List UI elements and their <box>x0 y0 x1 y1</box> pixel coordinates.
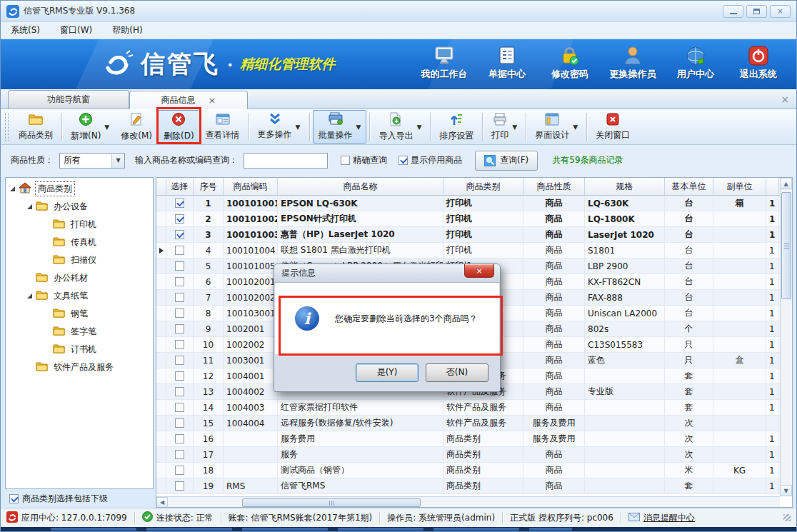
select-cell[interactable] <box>166 196 194 211</box>
exact-query-checkbox[interactable]: 精确查询 <box>341 154 387 166</box>
column-header[interactable]: 商品性质 <box>523 178 585 195</box>
tree-expander-icon[interactable] <box>27 204 32 209</box>
query-button[interactable]: 查询(F) <box>475 151 538 171</box>
select-cell[interactable] <box>166 353 194 368</box>
table-row[interactable]: 17服务商品类别商品次1 <box>156 447 792 463</box>
select-cell[interactable] <box>166 368 194 383</box>
select-cell[interactable] <box>166 259 194 273</box>
toolbar-button-5[interactable]: 查看详情 <box>200 111 246 144</box>
table-row[interactable]: 141004003红管家票据打印软件软件产品及服务商品套1 <box>156 400 792 416</box>
tabstrip-close-icon[interactable]: × <box>781 94 789 105</box>
row-checkbox[interactable] <box>175 434 184 443</box>
dropdown-arrow-icon[interactable]: ▼ <box>356 124 361 131</box>
vertical-scrollbar[interactable]: ▲ ▼ <box>780 178 792 496</box>
row-checkbox[interactable] <box>175 324 184 333</box>
menu-window[interactable]: 窗口(W) <box>60 24 92 36</box>
select-cell[interactable] <box>166 447 194 462</box>
show-disabled-checkbox[interactable]: 显示停用商品 <box>398 154 462 166</box>
row-checkbox[interactable] <box>175 481 184 491</box>
nature-select[interactable]: 所有 ▼ <box>59 153 125 169</box>
tab-product-info[interactable]: 商品信息 × <box>129 91 248 109</box>
toolbar-button-8[interactable]: 导入导出▼ <box>373 110 427 144</box>
tree-item[interactable]: 软件产品及服务 <box>6 358 153 376</box>
maximize-button[interactable] <box>746 5 767 18</box>
table-row[interactable]: 16服务费用商品类别服务及费用次1 <box>156 431 792 447</box>
row-checkbox[interactable] <box>175 340 184 349</box>
dropdown-arrow-icon[interactable]: ▼ <box>104 124 109 131</box>
row-checkbox[interactable] <box>175 450 184 459</box>
row-checkbox[interactable] <box>175 230 184 239</box>
action-switch-operator[interactable]: 更换操作员 <box>605 45 661 81</box>
select-cell[interactable] <box>166 431 194 446</box>
action-my-workbench[interactable]: 我的工作台 <box>416 45 472 81</box>
tab-function-nav[interactable]: 功能导航窗 <box>8 90 129 109</box>
statusbar-item-6[interactable]: 消息提醒中心 <box>628 512 695 524</box>
row-checkbox[interactable] <box>175 418 184 428</box>
scroll-left-button[interactable]: ◀ <box>156 497 168 508</box>
column-header[interactable] <box>766 178 779 195</box>
select-cell[interactable] <box>166 400 194 415</box>
tree-expander-icon[interactable] <box>10 186 15 191</box>
action-change-password[interactable]: 修改密码 <box>542 45 598 81</box>
yes-button[interactable]: 是(Y) <box>356 363 418 382</box>
table-row[interactable]: 1100101001EPSON LQ-630K打印机商品LQ-630K台箱1 <box>156 196 792 211</box>
select-cell[interactable] <box>166 243 194 258</box>
tree-item[interactable]: 文具纸笔 <box>6 287 153 305</box>
tree-item[interactable]: 签字笔 <box>6 323 153 341</box>
row-checkbox[interactable] <box>175 214 184 224</box>
row-checkbox[interactable] <box>175 371 184 381</box>
tree-item[interactable]: 办公设备 <box>6 198 153 216</box>
select-cell[interactable] <box>166 416 194 431</box>
tree-expander-icon[interactable] <box>27 293 32 298</box>
toolbar-button-10[interactable]: 打印▼ <box>486 111 523 144</box>
scroll-down-button[interactable]: ▼ <box>780 485 792 496</box>
toolbar-drag-handle[interactable] <box>5 114 9 141</box>
row-checkbox[interactable] <box>175 293 184 302</box>
row-checkbox[interactable] <box>175 403 184 412</box>
row-checkbox[interactable] <box>175 308 184 318</box>
horizontal-scrollbar[interactable]: ◀ <box>156 496 780 507</box>
tree-item[interactable]: 办公耗材 <box>6 269 153 287</box>
scroll-up-button[interactable]: ▲ <box>780 178 792 189</box>
row-checkbox[interactable] <box>175 246 184 255</box>
vertical-scroll-thumb[interactable] <box>781 192 791 299</box>
column-header[interactable]: 序号 <box>194 178 224 195</box>
column-header[interactable]: 副单位 <box>713 178 766 195</box>
column-header[interactable]: 商品名称 <box>278 178 443 195</box>
tree-item[interactable]: 传真机 <box>6 234 153 251</box>
select-cell[interactable] <box>166 384 194 399</box>
action-bills-center[interactable]: 单据中心 <box>479 45 535 81</box>
toolbar-button-1[interactable]: 商品类别 <box>13 111 59 144</box>
toolbar-button-2[interactable]: 新增(N)▼ <box>65 110 115 144</box>
dropdown-arrow-icon[interactable]: ▼ <box>512 124 517 131</box>
select-cell[interactable] <box>166 463 194 478</box>
tree-item[interactable]: 订书机 <box>6 341 153 358</box>
column-header[interactable]: 规格 <box>585 178 665 195</box>
tree-item[interactable]: 钢笔 <box>6 305 153 323</box>
dialog-close-button[interactable]: × <box>464 264 494 278</box>
dropdown-arrow-icon[interactable]: ▼ <box>573 124 578 131</box>
search-input[interactable] <box>244 153 328 169</box>
close-button[interactable]: × <box>770 5 791 18</box>
toolbar-button-7[interactable]: 批量操作▼ <box>313 110 367 144</box>
row-checkbox[interactable] <box>175 261 184 271</box>
include-sub-checkbox[interactable]: 商品类别选择包括下级 <box>5 489 154 508</box>
dropdown-arrow-icon[interactable]: ▼ <box>416 124 421 131</box>
row-checkbox[interactable] <box>175 387 184 396</box>
table-row[interactable]: 18测试商品（钢管）商品类别商品米KG1 <box>156 463 792 478</box>
no-button[interactable]: 否(N) <box>426 363 488 382</box>
row-checkbox[interactable] <box>175 277 184 286</box>
action-exit-system[interactable]: 退出系统 <box>731 45 786 81</box>
table-row[interactable]: 19RMS信管飞RMS商品类别商品套1 <box>156 478 792 494</box>
horizontal-scroll-thumb[interactable] <box>242 498 421 507</box>
toolbar-button-9[interactable]: 排序设置 <box>433 110 479 144</box>
toolbar-button-3[interactable]: 修改(M) <box>115 110 158 144</box>
select-cell[interactable] <box>166 227 194 242</box>
row-checkbox[interactable] <box>175 199 184 208</box>
toolbar-button-4[interactable]: 删除(D) <box>158 110 200 144</box>
menu-system[interactable]: 系统(S) <box>11 24 40 36</box>
select-cell[interactable] <box>166 211 194 226</box>
select-cell[interactable] <box>166 478 194 493</box>
column-header[interactable]: 选择 <box>166 178 194 195</box>
table-row[interactable]: 2100101002EPSON针式打印机打印机商品LQ-1800K台1 <box>156 211 792 227</box>
